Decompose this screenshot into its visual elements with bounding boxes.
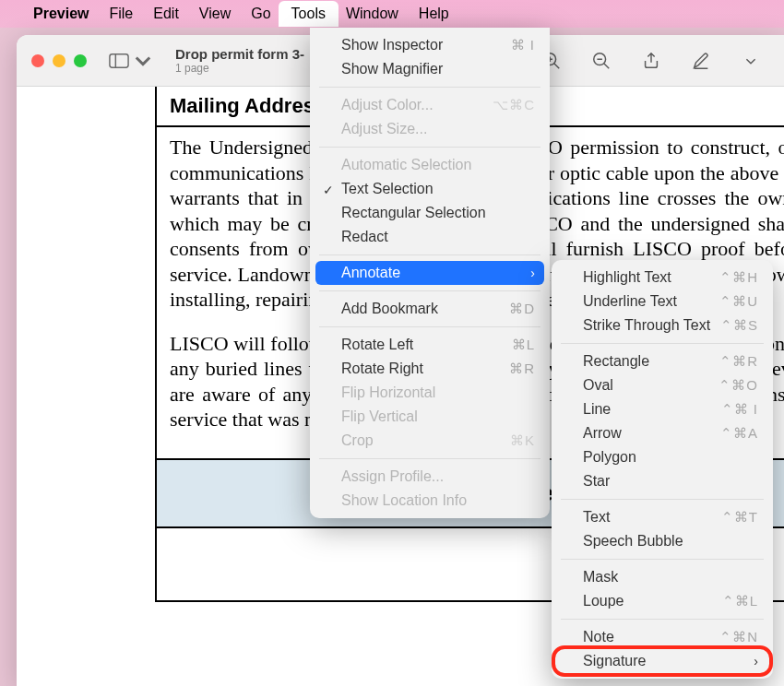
markup-button[interactable] [683,46,719,76]
document-subtitle: 1 page [175,62,304,75]
annotate-item-oval[interactable]: Oval⌃⌘O [557,373,767,397]
annotate-item-label: Strike Through Text [583,317,710,334]
keyboard-shortcut: ⌃⌘A [720,425,758,442]
keyboard-shortcut: ⌃⌘T [721,509,758,526]
document-title-block: Drop permit form 3- 1 page [175,46,304,75]
tools-menu: Show Inspector⌘ IShow MagnifierAdjust Co… [310,28,550,518]
menu-edit[interactable]: Edit [153,6,179,22]
tools-item-label: Rotate Left [341,337,413,353]
keyboard-shortcut: ⌥⌘C [493,97,535,113]
tools-item-rotate-left[interactable]: Rotate Left⌘L [315,333,544,357]
tools-item-adjust-color: Adjust Color...⌥⌘C [315,93,544,117]
svg-line-7 [604,63,610,68]
chevron-down-icon [741,51,761,71]
tools-item-label: Rotate Right [341,361,423,377]
annotate-item-signature[interactable]: Signature› [557,649,767,673]
tools-item-redact[interactable]: Redact [315,225,544,249]
menu-file[interactable]: File [109,6,133,22]
annotate-item-mask[interactable]: Mask [557,565,767,589]
sidebar-toggle-button[interactable] [103,49,159,73]
annotate-item-label: Polygon [583,449,636,466]
tools-item-text-selection[interactable]: ✓Text Selection [315,177,544,201]
tools-item-separator [319,147,540,148]
annotate-item-polygon[interactable]: Polygon [557,445,767,469]
tools-item-label: Show Magnifier [341,61,443,77]
zoom-window-button[interactable] [74,54,87,67]
toolbar-icons [533,46,769,76]
annotate-item-rectangle[interactable]: Rectangle⌃⌘R [557,349,767,373]
menu-go[interactable]: Go [251,6,270,22]
annotate-item-loupe[interactable]: Loupe⌃⌘L [557,589,767,613]
annotate-item-note[interactable]: Note⌃⌘N [557,625,767,649]
tools-item-rotate-right[interactable]: Rotate Right⌘R [315,357,544,381]
tools-item-label: Flip Horizontal [341,384,435,401]
annotate-item-underline-text[interactable]: Underline Text⌃⌘U [557,290,767,313]
menu-window[interactable]: Window [346,6,398,22]
zoom-out-button[interactable] [583,46,620,76]
annotate-item-text[interactable]: Text⌃⌘T [557,505,767,529]
tools-item-label: Show Location Info [341,492,467,509]
tools-item-label: Text Selection [341,181,434,197]
menu-help[interactable]: Help [419,6,449,22]
share-button[interactable] [633,46,670,76]
tools-item-label: Show Inspector [341,37,443,53]
keyboard-shortcut: ⌃⌘N [719,629,758,645]
annotate-item-label: Arrow [583,425,622,442]
tools-item-automatic-selection: Automatic Selection [315,153,544,177]
keyboard-shortcut: ⌘ I [511,37,535,53]
tools-item-separator [319,87,540,88]
chevron-down-icon [133,53,153,69]
traffic-lights [31,54,87,67]
tools-item-crop: Crop⌘K [315,429,544,453]
annotate-item-label: Underline Text [583,293,677,310]
annotate-item-speech-bubble[interactable]: Speech Bubble [557,529,767,553]
chevron-right-icon: › [754,654,758,668]
annotate-item-label: Line [583,401,611,418]
tools-item-rectangular-selection[interactable]: Rectangular Selection [315,201,544,225]
share-icon [641,51,661,71]
tools-item-label: Rectangular Selection [341,205,486,221]
sidebar-icon [109,53,129,69]
annotate-item-arrow[interactable]: Arrow⌃⌘A [557,421,767,445]
annotate-item-strike-through-text[interactable]: Strike Through Text⌃⌘S [557,313,767,337]
app-name[interactable]: Preview [33,6,89,22]
more-button[interactable] [732,46,769,76]
annotate-item-line[interactable]: Line⌃⌘ I [557,397,767,421]
annotate-item-star[interactable]: Star [557,469,767,493]
keyboard-shortcut: ⌃⌘H [719,269,758,286]
annotate-item-separator [561,343,764,344]
tools-item-separator [319,254,540,255]
minimize-window-button[interactable] [53,54,65,67]
keyboard-shortcut: ⌃⌘U [719,293,758,310]
keyboard-shortcut: ⌃⌘O [719,377,758,394]
tools-item-add-bookmark[interactable]: Add Bookmark⌘D [315,297,544,321]
annotate-item-highlight-text[interactable]: Highlight Text⌃⌘H [557,266,767,290]
tools-item-label: Annotate [341,265,400,281]
keyboard-shortcut: ⌘D [509,301,535,317]
tools-item-show-magnifier[interactable]: Show Magnifier [315,57,544,81]
keyboard-shortcut: ⌘K [510,432,535,449]
chevron-right-icon: › [530,266,535,280]
tools-item-show-inspector[interactable]: Show Inspector⌘ I [315,33,544,57]
keyboard-shortcut: ⌘R [509,361,535,377]
tools-item-label: Redact [341,229,388,245]
tools-item-show-location-info: Show Location Info [315,489,544,513]
keyboard-shortcut: ⌃⌘S [720,317,758,334]
tools-item-annotate[interactable]: Annotate› [315,261,544,285]
tools-item-flip-horizontal: Flip Horizontal [315,381,544,405]
tools-item-label: Flip Vertical [341,408,418,425]
tools-item-separator [319,458,540,459]
annotate-item-label: Speech Bubble [583,533,683,550]
annotate-item-label: Loupe [583,593,624,609]
tools-item-label: Adjust Color... [341,97,434,113]
annotate-item-label: Signature [583,653,647,669]
annotate-item-separator [561,559,764,560]
close-window-button[interactable] [31,54,44,67]
menu-tools[interactable]: Tools [279,1,339,27]
tools-item-separator [319,326,540,327]
keyboard-shortcut: ⌃⌘ I [721,401,758,418]
annotate-item-separator [561,499,764,500]
tools-item-flip-vertical: Flip Vertical [315,405,544,429]
menu-view[interactable]: View [199,6,231,22]
check-icon: ✓ [323,183,334,197]
